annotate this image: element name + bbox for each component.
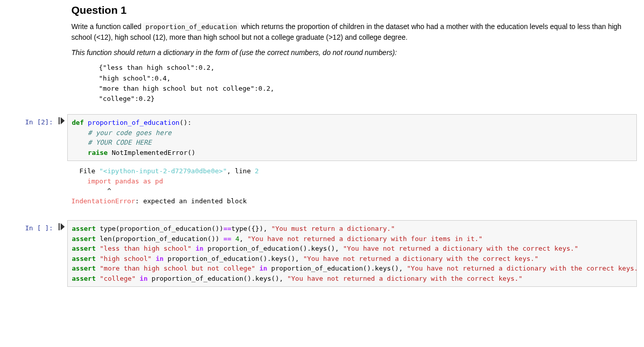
err-class: NotImplementedError xyxy=(112,149,187,156)
str-morehs: "more than high school but not college" xyxy=(100,264,255,272)
example-dict: {"less than high school":0.2, "high scho… xyxy=(99,63,634,104)
fn-call: proportion_of_education() xyxy=(271,264,371,272)
paragraph-prefix: Write a function called xyxy=(71,22,143,31)
keys-call: .keys() xyxy=(251,275,279,282)
kw-in: in xyxy=(140,275,148,282)
notebook: Question 1 Write a function called propo… xyxy=(0,4,644,311)
type-fn: type xyxy=(100,225,116,232)
fn-name: proportion_of_education xyxy=(88,119,179,126)
run-button[interactable] xyxy=(56,114,67,126)
comma: , xyxy=(279,275,287,282)
run-icon xyxy=(59,117,65,124)
code-output: File "<ipython-input-2-d7279a0dbe0e>", l… xyxy=(67,163,637,206)
op-eq: == xyxy=(223,235,231,243)
msg-4: "You have not returned a dictionary with… xyxy=(303,255,539,262)
kw-assert: assert xyxy=(72,275,96,282)
err-call: () xyxy=(187,149,196,156)
svg-rect-2 xyxy=(59,223,60,230)
fn-call: proportion_of_education() xyxy=(152,275,252,282)
comma: , xyxy=(295,255,303,262)
function-name-code: proportion_of_education xyxy=(143,22,239,31)
tb-caret: ^ xyxy=(71,187,111,195)
msg-3: "You have not returned a dictionary with… xyxy=(343,245,578,252)
kw-raise: raise xyxy=(88,149,108,156)
comment-2: # YOUR CODE HERE xyxy=(88,139,151,146)
str-lths: "less than high school" xyxy=(100,245,192,252)
comment-1: # your code goes here xyxy=(88,129,171,137)
question-paragraph: Write a function called proportion_of_ed… xyxy=(71,21,634,42)
svg-marker-1 xyxy=(61,117,65,124)
kw-def: def xyxy=(72,119,84,126)
msg-6: "You have not returned a dictionary with… xyxy=(287,275,523,282)
type-fn: type xyxy=(231,225,247,232)
kw-assert: assert xyxy=(72,235,96,243)
msg-1: "You must return a dictionary." xyxy=(271,225,395,232)
fn-parens: (): xyxy=(179,119,191,126)
cell-prompt: In [ ]: xyxy=(0,220,56,232)
tb-file-suffix: , line xyxy=(227,167,255,175)
return-hint: This function should return a dictionary… xyxy=(71,47,634,58)
question-title: Question 1 xyxy=(71,4,634,16)
msg-5: "You have not returned a dictionary with… xyxy=(407,264,637,272)
len-fn: len xyxy=(100,235,112,243)
tb-err-msg: : expected an indented block xyxy=(135,197,247,205)
num-4: 4 xyxy=(235,235,239,243)
code-editor[interactable]: assert type(proportion_of_education())==… xyxy=(67,220,637,287)
fn-call: proportion_of_education() xyxy=(207,245,307,252)
code-column: assert type(proportion_of_education())==… xyxy=(67,220,637,287)
comma: , xyxy=(263,225,272,232)
code-column: def proportion_of_education(): # your co… xyxy=(67,114,637,206)
cell-prompt: In [2]: xyxy=(0,114,56,126)
str-college: "college" xyxy=(100,275,136,282)
str-hs: "high school" xyxy=(100,255,152,262)
markdown-cell: Question 1 Write a function called propo… xyxy=(71,4,634,104)
kw-assert: assert xyxy=(72,264,96,272)
keys-call: .keys() xyxy=(267,255,296,262)
kw-in: in xyxy=(259,264,267,272)
comma: , xyxy=(399,264,407,272)
code-cell-1: In [2]: def proportion_of_education(): #… xyxy=(0,114,644,206)
run-button[interactable] xyxy=(56,220,67,232)
fn-call: proportion_of_education() xyxy=(168,255,267,262)
kw-in: in xyxy=(196,245,204,252)
run-icon xyxy=(59,223,65,230)
kw-assert: assert xyxy=(72,255,96,262)
svg-rect-0 xyxy=(59,117,60,124)
fn-call: proportion_of_education() xyxy=(120,225,220,232)
return-hint-text: This function should return a dictionary… xyxy=(71,48,397,57)
keys-call: .keys() xyxy=(371,264,399,272)
tb-file-prefix: File xyxy=(71,167,99,175)
keys-call: .keys() xyxy=(307,245,335,252)
svg-marker-3 xyxy=(61,223,65,230)
comma: , xyxy=(239,235,248,243)
kw-in: in xyxy=(155,255,164,262)
fn-call: proportion_of_education() xyxy=(116,235,216,243)
tb-err-name: IndentationError xyxy=(71,197,135,205)
comma: , xyxy=(335,245,343,252)
tb-lineno: 2 xyxy=(255,167,259,175)
code-editor[interactable]: def proportion_of_education(): # your co… xyxy=(67,114,637,161)
empty-dict: ({}) xyxy=(247,225,263,232)
msg-2: "You have not returned a dictionary with… xyxy=(247,235,482,243)
kw-assert: assert xyxy=(72,225,96,232)
code-cell-2: In [ ]: assert type(proportion_of_educat… xyxy=(0,220,644,287)
tb-file-name: "<ipython-input-2-d7279a0dbe0e>" xyxy=(99,167,227,175)
op-eq: == xyxy=(223,225,231,232)
kw-assert: assert xyxy=(72,245,96,252)
tb-src-line: import pandas as pd xyxy=(71,177,163,185)
